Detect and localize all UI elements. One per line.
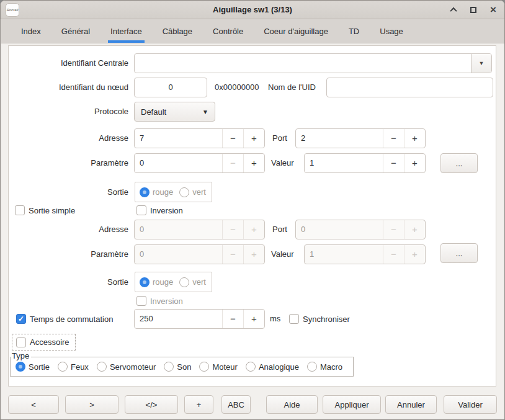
parametre1-spinner[interactable]: 0 − + xyxy=(134,153,265,173)
checkbox-unchecked-icon[interactable] xyxy=(15,205,25,215)
identifiant-centrale-value[interactable] xyxy=(135,54,471,73)
aide-button[interactable]: Aide xyxy=(266,395,318,414)
type-sortie-option[interactable]: Sortie xyxy=(16,362,50,372)
parametre1-value[interactable]: 0 xyxy=(135,154,222,172)
valeur1-more-button[interactable]: ... xyxy=(440,153,478,173)
adresse1-spinner[interactable]: 7 − + xyxy=(134,128,265,148)
identifiant-noeud-label: Identifiant du nœud xyxy=(9,78,128,97)
radio-unchecked-icon[interactable] xyxy=(164,362,174,372)
temps-decrement-button[interactable]: − xyxy=(222,310,243,328)
checkbox-checked-icon[interactable] xyxy=(16,314,26,324)
checkbox-unchecked-icon[interactable] xyxy=(16,337,26,347)
protocole-dropdown[interactable]: Default ▼ xyxy=(134,102,215,122)
type-macro-option[interactable]: Macro xyxy=(307,362,342,372)
valeur1-value[interactable]: 1 xyxy=(305,154,383,172)
type-group: Type Sortie Feux Servomoteur Son xyxy=(10,357,354,377)
radio-unchecked-icon[interactable] xyxy=(307,362,317,372)
synchroniser-checkbox[interactable]: Synchroniser xyxy=(289,313,350,325)
port1-value[interactable]: 2 xyxy=(296,129,383,148)
type-servomoteur-option[interactable]: Servomoteur xyxy=(97,362,156,372)
parametre2-value: 0 xyxy=(135,245,222,264)
type-son-option[interactable]: Son xyxy=(164,362,191,372)
tab-usage[interactable]: Usage xyxy=(378,19,404,43)
tab-td[interactable]: TD xyxy=(347,19,360,43)
square-icon xyxy=(470,7,476,13)
type-sortie-label: Sortie xyxy=(29,362,50,372)
type-moteur-option[interactable]: Moteur xyxy=(199,362,237,372)
adresse2-decrement-button: − xyxy=(222,220,243,239)
radio-unchecked-icon[interactable] xyxy=(179,187,189,197)
radio-unchecked-icon[interactable] xyxy=(58,362,68,372)
identifiant-centrale-combobox[interactable]: ▼ xyxy=(134,53,492,73)
radio-unchecked-icon[interactable] xyxy=(246,362,256,372)
window-controls: × xyxy=(449,1,498,19)
code-button[interactable]: </> xyxy=(125,395,178,414)
parametre2-spinner: 0 − + xyxy=(134,244,265,264)
temps-increment-button[interactable]: + xyxy=(243,310,264,328)
dialog-window: Rocrail Aiguillage sw1 (3/13) × Index Gé… xyxy=(0,0,505,420)
tab-coeur-aiguillage[interactable]: Coeur d'aiguillage xyxy=(262,19,329,43)
valeur1-increment-button[interactable]: + xyxy=(404,154,425,172)
nom-uid-input[interactable] xyxy=(326,78,493,97)
adresse1-value[interactable]: 7 xyxy=(135,129,222,148)
interface-tab-panel: Identifiant Centrale ▼ Identifiant du nœ… xyxy=(8,45,496,386)
radio-checked-icon[interactable] xyxy=(16,362,25,372)
temps-commutation-checkbox[interactable]: Temps de commutation xyxy=(16,313,113,325)
valeur2-more-button[interactable]: ... xyxy=(440,243,478,263)
sortie1-radio-group: rouge vert xyxy=(135,182,212,202)
tab-general[interactable]: Général xyxy=(60,19,91,43)
annuler-button[interactable]: Annuler xyxy=(385,395,437,414)
tab-cablage[interactable]: Câblage xyxy=(161,19,194,43)
tab-interface[interactable]: Interface xyxy=(109,19,143,43)
port2-decrement-button: − xyxy=(383,220,404,239)
radio-unchecked-icon[interactable] xyxy=(97,362,107,372)
parametre2-decrement-button: − xyxy=(222,245,243,264)
titlebar: Rocrail Aiguillage sw1 (3/13) × xyxy=(1,1,504,19)
radio-unchecked-icon[interactable] xyxy=(199,362,209,372)
accessoire-checkbox[interactable]: Accessoire xyxy=(12,334,76,351)
minimize-icon[interactable] xyxy=(449,5,458,15)
temps-commutation-spinner[interactable]: 250 − + xyxy=(134,309,265,329)
type-analogique-option[interactable]: Analogique xyxy=(246,362,299,372)
checkbox-unchecked-icon xyxy=(136,296,146,306)
sortie1-vert-option[interactable]: vert xyxy=(179,187,206,197)
parametre1-increment-button[interactable]: + xyxy=(243,154,264,172)
adresse1-increment-button[interactable]: + xyxy=(243,129,264,148)
type-feux-option[interactable]: Feux xyxy=(58,362,89,372)
identifiant-noeud-input[interactable]: 0 xyxy=(134,78,207,97)
next-button[interactable]: > xyxy=(65,395,118,414)
tab-index[interactable]: Index xyxy=(20,19,42,43)
valeur1-label: Valeur xyxy=(271,153,294,173)
valeur1-decrement-button[interactable]: − xyxy=(383,154,404,172)
prev-button[interactable]: < xyxy=(8,395,59,414)
chevron-down-icon: ▼ xyxy=(479,54,485,73)
appliquer-button[interactable]: Appliquer xyxy=(323,395,381,414)
sortie-simple-checkbox[interactable]: Sortie simple xyxy=(15,204,75,217)
temps-commutation-value[interactable]: 250 xyxy=(135,310,222,328)
synchroniser-label: Synchroniser xyxy=(303,315,350,324)
port1-decrement-button[interactable]: − xyxy=(383,129,404,148)
combobox-dropdown-button[interactable]: ▼ xyxy=(471,54,491,73)
type-servomoteur-label: Servomoteur xyxy=(110,362,156,372)
chevron-down-icon: ▼ xyxy=(202,109,208,115)
radio-checked-icon[interactable] xyxy=(140,187,150,197)
valeur1-spinner[interactable]: 1 − + xyxy=(304,153,426,173)
port1-spinner[interactable]: 2 − + xyxy=(295,128,426,148)
tab-controle[interactable]: Contrôle xyxy=(212,19,244,43)
close-icon[interactable]: × xyxy=(488,5,498,15)
adresse1-decrement-button[interactable]: − xyxy=(222,129,243,148)
app-icon-text: Rocrail xyxy=(7,8,19,12)
radio-checked-icon xyxy=(140,277,150,287)
maximize-icon[interactable] xyxy=(468,5,478,15)
type-moteur-label: Moteur xyxy=(212,362,237,372)
inversion1-checkbox[interactable]: Inversion xyxy=(136,204,183,217)
abc-button[interactable]: ABC xyxy=(221,395,251,414)
port1-increment-button[interactable]: + xyxy=(404,129,425,148)
checkbox-unchecked-icon[interactable] xyxy=(289,314,299,324)
add-button[interactable]: + xyxy=(184,395,213,414)
valeur2-value: 1 xyxy=(305,245,383,264)
sortie1-rouge-option[interactable]: rouge xyxy=(140,187,173,197)
sortie2-radio-group: rouge vert xyxy=(135,272,212,292)
checkbox-unchecked-icon[interactable] xyxy=(136,205,146,215)
valider-button[interactable]: Valider xyxy=(444,395,497,414)
